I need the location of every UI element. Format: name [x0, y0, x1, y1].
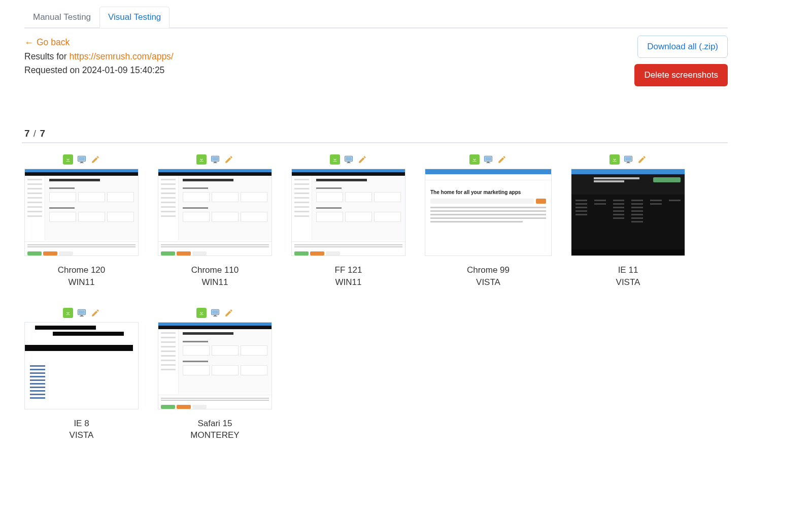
- svg-rect-6: [214, 162, 216, 163]
- tabs-bar: Manual Testing Visual Testing: [24, 6, 728, 28]
- svg-rect-27: [213, 316, 217, 316]
- download-icon[interactable]: [196, 308, 207, 318]
- svg-rect-17: [625, 157, 631, 161]
- result-os-label: WIN11: [69, 276, 95, 289]
- pencil-icon[interactable]: [90, 308, 100, 318]
- result-os-label: MONTEREY: [190, 429, 239, 441]
- progress-counter: 7 / 7: [22, 128, 728, 143]
- tab-manual-testing[interactable]: Manual Testing: [24, 7, 99, 28]
- result-browser-label: Chrome 99: [467, 264, 510, 276]
- svg-rect-9: [346, 157, 352, 161]
- screenshot-thumbnail[interactable]: [571, 169, 685, 256]
- result-card: FF 121 WIN11: [291, 154, 405, 289]
- svg-rect-7: [213, 163, 217, 163]
- requested-on-label: Requested on: [24, 65, 82, 75]
- monitor-icon[interactable]: [344, 154, 354, 165]
- download-icon[interactable]: [63, 308, 73, 318]
- result-os-label: WIN11: [202, 276, 228, 289]
- result-browser-label: Safari 15: [197, 418, 232, 430]
- svg-rect-26: [214, 315, 216, 316]
- counter-done: 7: [24, 128, 30, 139]
- result-os-label: VISTA: [476, 276, 500, 289]
- pencil-icon[interactable]: [224, 154, 234, 165]
- counter-total: 7: [40, 128, 45, 139]
- screenshot-thumbnail[interactable]: [291, 169, 405, 256]
- result-browser-label: IE 11: [618, 264, 638, 276]
- results-header: ← Go back Results for https://semrush.co…: [24, 28, 728, 86]
- svg-rect-15: [486, 163, 490, 163]
- monitor-icon[interactable]: [77, 154, 87, 165]
- result-browser-label: IE 8: [74, 418, 89, 430]
- arrow-left-icon: ←: [24, 38, 33, 47]
- download-icon[interactable]: [469, 154, 480, 165]
- screenshot-thumbnail[interactable]: The home for all your marketing apps: [425, 169, 552, 256]
- monitor-icon[interactable]: [210, 154, 220, 165]
- result-card: Chrome 110 WIN11: [158, 154, 272, 289]
- download-icon[interactable]: [330, 154, 340, 165]
- results-grid: Chrome 120 WIN11 Chrome 110 WIN11: [24, 154, 728, 441]
- download-all-button[interactable]: Download all (.zip): [637, 36, 728, 58]
- tab-visual-testing[interactable]: Visual Testing: [99, 7, 170, 28]
- monitor-icon[interactable]: [483, 154, 493, 165]
- svg-rect-14: [487, 162, 490, 163]
- pencil-icon[interactable]: [90, 154, 100, 165]
- svg-rect-22: [80, 315, 83, 316]
- result-card: Safari 15 MONTEREY: [158, 308, 272, 442]
- pencil-icon[interactable]: [637, 154, 647, 165]
- screenshot-thumbnail[interactable]: [24, 169, 139, 256]
- result-card: IE 11 VISTA: [571, 154, 685, 289]
- svg-rect-11: [347, 163, 351, 163]
- svg-rect-25: [212, 310, 218, 314]
- svg-rect-19: [626, 163, 630, 163]
- result-browser-label: FF 121: [335, 264, 362, 276]
- result-browser-label: Chrome 110: [191, 264, 239, 276]
- svg-rect-1: [79, 157, 85, 161]
- download-icon[interactable]: [196, 154, 207, 165]
- monitor-icon[interactable]: [623, 154, 633, 165]
- monitor-icon[interactable]: [77, 308, 87, 318]
- requested-on-value: 2024-01-09 15:40:25: [82, 65, 165, 75]
- result-card: IE 8 VISTA: [24, 308, 139, 442]
- svg-rect-10: [347, 162, 350, 163]
- svg-rect-5: [212, 157, 218, 161]
- svg-rect-2: [80, 162, 83, 163]
- go-back-link[interactable]: ← Go back: [24, 36, 70, 49]
- svg-rect-23: [80, 316, 84, 316]
- pencil-icon[interactable]: [224, 308, 234, 318]
- result-browser-label: Chrome 120: [58, 264, 106, 276]
- results-for-label: Results for: [24, 51, 70, 61]
- result-card: The home for all your marketing apps Chr…: [425, 154, 552, 289]
- svg-rect-21: [79, 310, 85, 314]
- download-icon[interactable]: [63, 154, 73, 165]
- pencil-icon[interactable]: [497, 154, 507, 165]
- result-os-label: VISTA: [70, 429, 94, 441]
- result-os-label: VISTA: [616, 276, 640, 289]
- delete-screenshots-button[interactable]: Delete screenshots: [634, 64, 728, 86]
- pencil-icon[interactable]: [357, 154, 367, 165]
- svg-rect-18: [627, 162, 629, 163]
- svg-rect-3: [80, 163, 84, 163]
- svg-rect-13: [485, 157, 491, 161]
- result-os-label: WIN11: [335, 276, 362, 289]
- monitor-icon[interactable]: [210, 308, 220, 318]
- screenshot-thumbnail[interactable]: [158, 322, 272, 409]
- screenshot-thumbnail[interactable]: [24, 322, 139, 409]
- screenshot-thumbnail[interactable]: [158, 169, 272, 256]
- results-url[interactable]: https://semrush.com/apps/: [70, 51, 174, 61]
- go-back-label: Go back: [37, 36, 70, 49]
- download-icon[interactable]: [610, 154, 620, 165]
- result-card: Chrome 120 WIN11: [24, 154, 139, 289]
